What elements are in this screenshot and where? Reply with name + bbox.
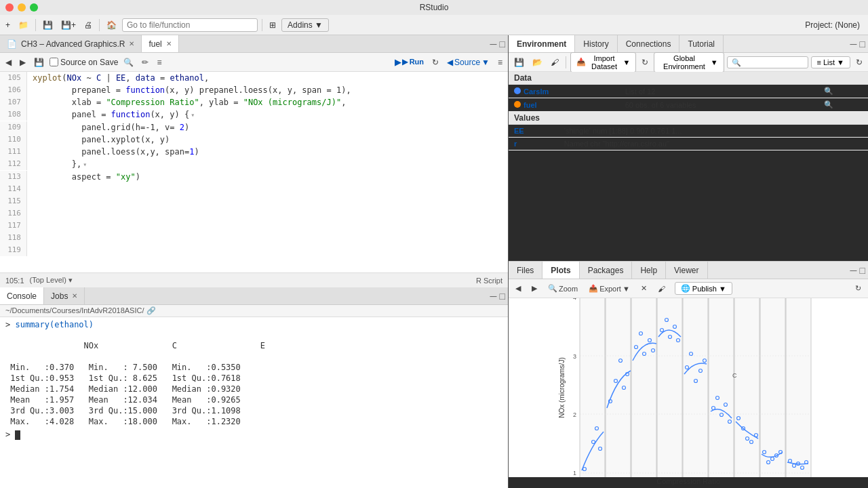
- console-prompt-line: > summary(ethanol): [5, 320, 502, 329]
- tab-ch3-close[interactable]: ✕: [129, 40, 134, 47]
- tab-files[interactable]: Files: [509, 262, 542, 279]
- fuel-search-icon[interactable]: 🔍: [818, 98, 868, 112]
- new-file-button[interactable]: +: [3, 19, 13, 31]
- maximize-button[interactable]: [30, 3, 38, 12]
- plots-maximize-btn[interactable]: □: [860, 265, 865, 276]
- plots-minimize-btn[interactable]: ─: [850, 265, 857, 276]
- env-search-input[interactable]: [727, 56, 808, 68]
- delete-plot-btn[interactable]: ✕: [637, 283, 651, 294]
- editor-save-btn[interactable]: 💾: [31, 56, 47, 68]
- editor-menu-btn[interactable]: ≡: [495, 56, 505, 68]
- env-refresh-btn[interactable]: ↻: [639, 56, 651, 68]
- tab-environment[interactable]: Environment: [509, 35, 575, 52]
- plots-win-btns: ─ □: [850, 265, 868, 276]
- source-on-save-cb[interactable]: Source on Save: [50, 58, 118, 67]
- console-maximize-btn[interactable]: □: [500, 291, 505, 302]
- env-toolbar: 💾 📂 🖌 📥 Import Dataset ▼ ↻ Global Enviro…: [509, 53, 868, 72]
- editor-minimize-btn[interactable]: ─: [490, 39, 497, 49]
- carslm-search-icon[interactable]: 🔍: [818, 85, 868, 98]
- editor-toolbar: ◀ ▶ 💾 Source on Save 🔍 ✏ ≡ ▶ ▶ Run ↻ ◀ F…: [0, 53, 508, 72]
- tab-history[interactable]: History: [575, 35, 617, 52]
- line-num-106: 106: [0, 84, 27, 96]
- line-content-114: [27, 183, 37, 195]
- line-num-115: 115: [0, 195, 27, 207]
- grid-view-button[interactable]: ⊞: [267, 19, 279, 31]
- env-maximize-btn[interactable]: □: [860, 39, 865, 49]
- tab-fuel-close[interactable]: ✕: [166, 40, 172, 47]
- console-out-row1: Min. :0.370 Min. : 7.500 Min. :0.5350: [5, 362, 502, 373]
- env-save-btn[interactable]: 💾: [511, 56, 527, 68]
- env-row-carslm[interactable]: Carslm List of 12 🔍: [509, 85, 868, 98]
- line-num-116: 116: [0, 207, 27, 220]
- editor-maximize-btn[interactable]: □: [500, 39, 505, 49]
- editor-format-btn2[interactable]: ≡: [154, 56, 164, 68]
- list-view-btn[interactable]: ≡ List ▼: [811, 56, 850, 68]
- plot-forward-btn[interactable]: ▶: [528, 283, 541, 294]
- open-file-button[interactable]: 📁: [16, 19, 31, 31]
- clear-plots-btn[interactable]: 🖌: [654, 283, 669, 294]
- tab-plots[interactable]: Plots: [542, 262, 579, 279]
- jobs-tab-close[interactable]: ✕: [72, 292, 77, 300]
- console-content[interactable]: > summary(ethanol) NOx C E Min. :0.370 M…: [0, 317, 508, 488]
- publish-btn[interactable]: 🌐 Publish ▼: [675, 282, 732, 295]
- console-minimize-btn[interactable]: ─: [490, 291, 497, 302]
- tab-connections[interactable]: Connections: [618, 35, 680, 52]
- export-btn[interactable]: 📤 Export ▼: [585, 283, 634, 294]
- save-button[interactable]: 💾: [40, 19, 56, 31]
- print-button[interactable]: 🖨: [81, 19, 95, 31]
- svg-rect-26: [709, 298, 734, 477]
- fold-arrow-108[interactable]: ▾: [191, 111, 195, 119]
- editor-back-btn[interactable]: ◀: [3, 56, 14, 68]
- global-env-arrow-icon: ▼: [711, 58, 718, 66]
- tab-ch3[interactable]: 📄 CH3 – Advanced Graphics.R ✕: [0, 35, 142, 52]
- tab-help[interactable]: Help: [632, 262, 666, 279]
- tab-packages[interactable]: Packages: [580, 262, 633, 279]
- tab-fuel[interactable]: fuel ✕: [142, 35, 178, 52]
- code-line-112: 112 },▾: [0, 158, 508, 171]
- env-minimize-btn[interactable]: ─: [850, 39, 857, 49]
- plot-back-btn[interactable]: ◀: [511, 283, 525, 294]
- env-row-r[interactable]: r Named chr "http://cran.csiro.au": [509, 138, 868, 150]
- addins-button[interactable]: Addins ▼: [281, 18, 329, 32]
- goto-input[interactable]: [122, 18, 258, 32]
- back-button[interactable]: 🏠: [104, 19, 119, 31]
- env-dot-carslm: Carslm: [509, 85, 620, 98]
- search-btn[interactable]: 🔍: [121, 56, 136, 68]
- code-line-117: 117: [0, 220, 508, 232]
- tab-console[interactable]: Console: [0, 287, 44, 304]
- tab-jobs[interactable]: Jobs ✕: [44, 287, 85, 304]
- editor-forward-btn[interactable]: ▶: [17, 56, 28, 68]
- tab-tutorial[interactable]: Tutorial: [679, 35, 724, 52]
- carslm-name: Carslm: [524, 87, 549, 96]
- close-button[interactable]: [5, 3, 14, 12]
- list-icon: ≡: [817, 58, 821, 66]
- env-row-ee[interactable]: EE 'shingle' num [1:88] 0.907 0.761 1...: [509, 125, 868, 138]
- traffic-lights: [5, 3, 38, 12]
- env-tabs: Environment History Connections Tutorial…: [509, 35, 868, 53]
- source-on-save-checkbox[interactable]: [50, 58, 58, 66]
- minimize-button[interactable]: [18, 3, 26, 12]
- format-btn[interactable]: ✏: [139, 56, 151, 68]
- zoom-btn[interactable]: 🔍 Zoom: [544, 283, 582, 294]
- run-btn[interactable]: ▶ ▶ Run: [392, 56, 427, 68]
- re-run-btn[interactable]: ↻: [429, 56, 441, 68]
- global-env-btn[interactable]: Global Environment ▼: [654, 52, 724, 73]
- console-cursor: [15, 430, 20, 440]
- import-dataset-btn[interactable]: 📥 Import Dataset ▼: [570, 52, 637, 73]
- source-btn[interactable]: ◀ Files Source ▼: [444, 56, 492, 68]
- plots-refresh-btn[interactable]: ↻: [851, 283, 865, 294]
- plot-area: NOx (micrograms/J) Compression Ratio EE …: [509, 298, 868, 477]
- svg-text:C: C: [732, 372, 737, 379]
- fold-arrow-112[interactable]: ▾: [83, 161, 87, 168]
- env-row-fuel[interactable]: fuel 60 obs. of 6 variables 🔍: [509, 98, 868, 112]
- fuel-name: fuel: [524, 101, 537, 109]
- console-panel: Console Jobs ✕ ─ □ ~/Documents/Courses/I…: [0, 287, 508, 488]
- save-all-button[interactable]: 💾+: [58, 19, 79, 31]
- code-editor[interactable]: 105 xyplot(NOx ~ C | EE, data = ethanol,…: [0, 72, 508, 272]
- context-dropdown-icon[interactable]: ▾: [68, 276, 73, 284]
- console-path-icon[interactable]: 🔗: [146, 306, 156, 314]
- env-load-btn[interactable]: 📂: [530, 56, 545, 68]
- env-brush-btn[interactable]: 🖌: [548, 56, 561, 68]
- tab-viewer[interactable]: Viewer: [666, 262, 707, 279]
- env-refresh2-btn[interactable]: ↻: [853, 56, 865, 68]
